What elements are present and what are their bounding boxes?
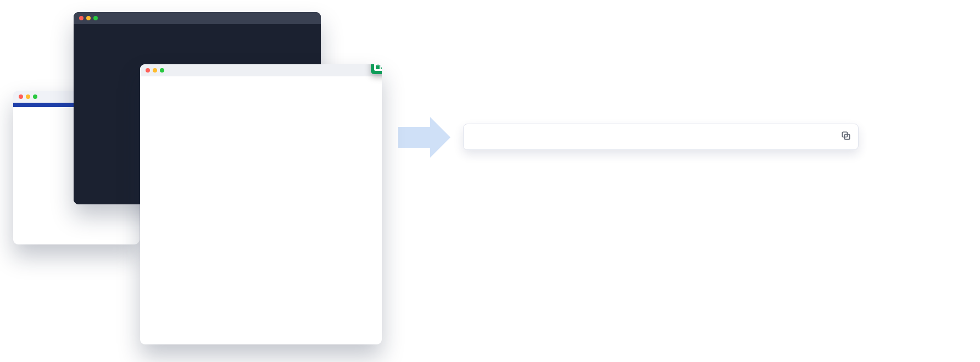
comparison-arrow	[398, 113, 450, 162]
maximize-icon[interactable]	[93, 16, 98, 20]
line-gutter	[74, 24, 93, 204]
close-icon[interactable]	[79, 16, 83, 20]
window-titlebar	[74, 12, 321, 24]
minimize-icon[interactable]	[26, 94, 30, 99]
svg-marker-0	[398, 117, 450, 158]
script-snippet[interactable]	[463, 124, 859, 150]
minimize-icon[interactable]	[86, 16, 91, 20]
sheet-body[interactable]	[140, 76, 382, 344]
spreadsheet-window	[140, 64, 382, 344]
close-icon[interactable]	[146, 68, 150, 73]
close-icon[interactable]	[19, 94, 23, 99]
maximize-icon[interactable]	[160, 68, 164, 73]
code-lines[interactable]	[93, 24, 101, 204]
maximize-icon[interactable]	[33, 94, 37, 99]
window-titlebar	[140, 64, 382, 76]
copy-icon[interactable]	[818, 124, 851, 150]
minimize-icon[interactable]	[153, 68, 157, 73]
google-sheets-icon	[371, 64, 382, 74]
